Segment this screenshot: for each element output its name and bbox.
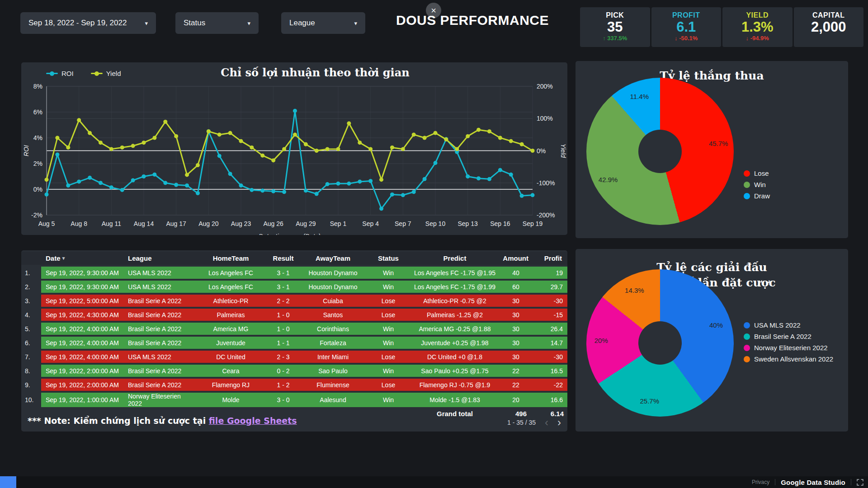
header-cell-profit[interactable]: Profit [534, 252, 567, 265]
table-cell-home: Athletico-PR [196, 295, 265, 307]
roi-yield-chart-card: ROI Yield Chỉ số lợi nhuận theo thời gia… [21, 62, 567, 235]
table-cell-away: Santos [301, 309, 365, 321]
header-cell-amount[interactable]: Amount [498, 252, 534, 265]
svg-text:100%: 100% [537, 115, 553, 122]
table-row[interactable]: 8.Sep 19, 2022, 2:00:00 AMBrasil Serie A… [21, 365, 567, 377]
svg-text:8%: 8% [33, 83, 42, 90]
kpi-delta: ↓ -50.1% [651, 35, 722, 42]
table-cell-away: Houston Dynamo [301, 267, 365, 279]
svg-text:Aug 14: Aug 14 [134, 220, 154, 227]
table-row[interactable]: 7.Sep 19, 2022, 4:00:00 AMUSA MLS 2022DC… [21, 351, 567, 363]
svg-text:Aug 29: Aug 29 [296, 220, 316, 227]
svg-text:Sep 13: Sep 13 [458, 220, 478, 227]
table-cell-date: Sep 19, 2022, 4:30:00 AM [41, 309, 124, 321]
table-cell-date: Sep 19, 2022, 1:00:00 AM [41, 393, 124, 407]
date-range-filter[interactable]: Sep 18, 2022 - Sep 19, 2022 ▾ [20, 12, 156, 34]
svg-text:Aug 11: Aug 11 [102, 220, 122, 227]
table-cell-profit: -15 [534, 309, 567, 321]
league-donut[interactable]: 40%25.7%20%14.3% [586, 269, 734, 417]
pagination: 1 - 35 / 35 ‹ › [507, 418, 561, 427]
league-legend: USA MLS 2022Brasil Serie A 2022Norway El… [744, 321, 833, 363]
chart-legend: ROI Yield [46, 70, 121, 77]
table-cell-league: Brasil Serie A 2022 [124, 309, 196, 321]
svg-text:-100%: -100% [537, 179, 555, 187]
grand-total-amount: 496 [498, 408, 534, 419]
header-cell-hometeam[interactable]: HomeTeam [196, 252, 265, 265]
table-cell-num: 2. [21, 281, 41, 293]
table-cell-num: 3. [21, 295, 41, 307]
league-filter[interactable]: League ▾ [281, 12, 365, 34]
legend-color-dot [744, 182, 750, 188]
table-row[interactable]: 9.Sep 19, 2022, 2:00:00 AMBrasil Serie A… [21, 379, 567, 391]
table-row[interactable]: 4.Sep 19, 2022, 4:30:00 AMBrasil Serie A… [21, 309, 567, 321]
league-donut-card: Tỷ lệ các giải đấu theo số lần đặt cược … [576, 249, 848, 432]
svg-text:2%: 2% [33, 160, 42, 167]
line-chart-title: Chỉ số lợi nhuận theo thời gian [221, 66, 409, 79]
win-lose-donut-title: Tỷ lệ thắng thua [576, 69, 848, 82]
donut-hole [638, 130, 682, 173]
table-cell-predict: Molde -1.5 @1.83 [412, 393, 498, 407]
table-row[interactable]: 2.Sep 19, 2022, 9:30:00 AMUSA MLS 2022Lo… [21, 281, 567, 293]
table-cell-result: 3 - 1 [265, 281, 301, 293]
page-title: DOUS PERFORMANCE [396, 13, 549, 28]
table-row[interactable]: 10.Sep 19, 2022, 1:00:00 AMNorway Elites… [21, 393, 567, 405]
header-cell-awayteam[interactable]: AwayTeam [301, 252, 365, 265]
donut-hole [638, 321, 682, 365]
kpi-card-yield: YIELD 1.3% ↓ -94.9% [722, 7, 793, 47]
status-filter[interactable]: Status ▾ [175, 12, 259, 34]
kpi-label: YIELD [722, 11, 793, 19]
roi-yield-line-chart[interactable]: Aug 5Aug 8Aug 11Aug 14Aug 17Aug 20Aug 23… [21, 62, 567, 235]
kpi-card-profit: PROFIT 6.1 ↓ -50.1% [651, 7, 722, 47]
legend-color-dot [744, 170, 750, 177]
kpi-card-pick: PICK 35 ↑ 337.5% [580, 7, 650, 47]
header-cell-league[interactable]: League [124, 252, 196, 265]
header-cell-date[interactable]: Date ▾ [41, 252, 124, 265]
svg-text:Aug 23: Aug 23 [231, 220, 251, 227]
svg-text:Aug 20: Aug 20 [198, 220, 219, 227]
table-row[interactable]: 3.Sep 19, 2022, 5:00:00 AMBrasil Serie A… [21, 295, 567, 307]
table-cell-num: 9. [21, 379, 41, 391]
legend-label: Draw [754, 192, 770, 200]
legend-item: Lose [744, 169, 770, 177]
table-cell-league: Brasil Serie A 2022 [124, 323, 196, 335]
header-cell-status[interactable]: Status [365, 252, 412, 265]
kpi-delta: ↑ 337.5% [580, 35, 650, 42]
win-lose-donut-card: Tỷ lệ thắng thua 45.7%42.9%11.4% LoseWin… [576, 61, 848, 238]
table-cell-home: Molde [196, 393, 265, 407]
prev-page-icon[interactable]: ‹ [545, 418, 548, 427]
table-row[interactable]: 5.Sep 19, 2022, 4:00:00 AMBrasil Serie A… [21, 323, 567, 335]
fullscreen-icon[interactable] [857, 479, 863, 486]
divider [775, 479, 775, 485]
table-cell-league: Norway Eliteserien 2022 [124, 393, 196, 407]
legend-label: Sweden Allsvenskan 2022 [754, 355, 833, 363]
table-cell-amount: 22 [498, 365, 534, 377]
table-cell-status: Lose [365, 379, 412, 391]
header-cell-predict[interactable]: Predict [412, 252, 498, 265]
footer-blue-square [0, 476, 16, 488]
table-cell-amount: 22 [498, 379, 534, 391]
table-cell-league: USA MLS 2022 [124, 281, 196, 293]
table-cell-away: Sao Paulo [301, 365, 365, 377]
table-cell-result: 3 - 1 [265, 267, 301, 279]
svg-text:Sep 4: Sep 4 [362, 220, 379, 227]
table-cell-num: 8. [21, 365, 41, 377]
svg-text:Aug 8: Aug 8 [71, 220, 87, 227]
table-cell-away: Aalesund [301, 393, 365, 407]
table-cell-result: 1 - 0 [265, 309, 301, 321]
table-row[interactable]: 6.Sep 19, 2022, 4:00:00 AMBrasil Serie A… [21, 337, 567, 349]
header-cell-result[interactable]: Result [265, 252, 301, 265]
win-lose-donut[interactable]: 45.7%42.9%11.4% [586, 78, 734, 225]
kpi-label: PROFIT [651, 11, 722, 19]
next-page-icon[interactable]: › [557, 418, 561, 427]
table-cell-profit: 19 [534, 267, 567, 279]
table-cell-profit: -22 [534, 379, 567, 391]
svg-text:Sep 19: Sep 19 [523, 220, 543, 227]
table-row[interactable]: 1.Sep 19, 2022, 9:30:00 AMUSA MLS 2022Lo… [21, 267, 567, 279]
google-sheets-link[interactable]: file Google Sheets [209, 416, 297, 426]
legend-item: Norway Eliteserien 2022 [744, 344, 833, 352]
privacy-link[interactable]: Privacy [752, 479, 769, 485]
win-lose-legend: LoseWinDraw [744, 169, 770, 200]
slice-percent-label: 11.4% [630, 92, 649, 100]
chevron-down-icon: ▾ [247, 20, 250, 27]
legend-item: Brasil Serie A 2022 [744, 333, 833, 340]
